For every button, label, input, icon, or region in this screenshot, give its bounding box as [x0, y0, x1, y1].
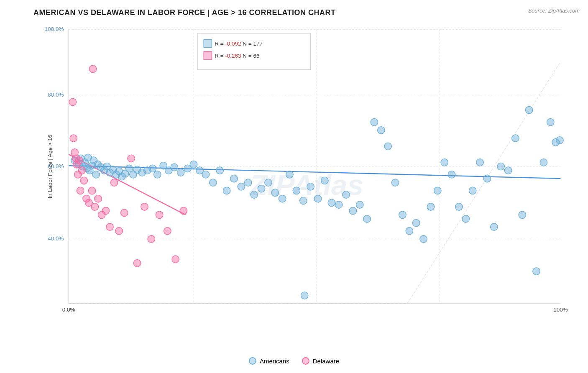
- svg-point-67: [245, 179, 252, 186]
- svg-text:In Labor Force | Age > 16: In Labor Force | Age > 16: [47, 135, 53, 198]
- svg-point-112: [556, 137, 563, 144]
- svg-point-36: [92, 171, 100, 178]
- svg-point-108: [533, 268, 540, 275]
- svg-point-73: [286, 171, 293, 178]
- svg-point-138: [156, 211, 163, 218]
- svg-point-77: [314, 195, 321, 202]
- legend-item-delaware: Delaware: [302, 357, 339, 365]
- svg-point-127: [95, 195, 102, 202]
- svg-point-114: [70, 135, 77, 142]
- svg-point-140: [172, 255, 179, 263]
- svg-point-84: [363, 215, 371, 222]
- svg-point-63: [216, 167, 223, 174]
- svg-point-133: [121, 209, 128, 216]
- legend-label-americans: Americans: [260, 358, 289, 365]
- svg-point-99: [469, 187, 476, 194]
- svg-point-96: [448, 171, 455, 178]
- svg-point-88: [391, 179, 399, 186]
- svg-point-89: [399, 211, 406, 218]
- svg-point-141: [180, 207, 187, 214]
- svg-point-53: [154, 171, 161, 178]
- svg-point-68: [251, 191, 258, 198]
- svg-point-142: [89, 65, 96, 72]
- svg-point-109: [540, 159, 547, 166]
- svg-point-94: [434, 187, 441, 194]
- svg-rect-17: [198, 33, 311, 70]
- svg-point-62: [210, 179, 217, 186]
- svg-point-74: [293, 187, 300, 194]
- svg-point-113: [69, 98, 76, 105]
- svg-point-105: [512, 135, 519, 142]
- svg-point-92: [420, 235, 427, 243]
- svg-point-129: [102, 207, 109, 214]
- svg-point-83: [356, 201, 363, 208]
- svg-point-121: [78, 167, 85, 174]
- svg-point-79: [328, 199, 335, 206]
- svg-point-64: [223, 187, 230, 194]
- svg-point-71: [271, 189, 279, 196]
- svg-point-98: [462, 215, 469, 222]
- svg-text:R = -0.263   N =  66: R = -0.263 N = 66: [215, 53, 259, 59]
- svg-point-134: [128, 155, 135, 162]
- chart-svg: 100.0% 80.0% 60.0% 40.0% 0.0% 100% In La…: [33, 21, 580, 336]
- svg-point-91: [413, 219, 420, 226]
- svg-point-82: [349, 207, 356, 214]
- svg-point-137: [148, 235, 155, 243]
- svg-point-131: [110, 179, 118, 186]
- svg-text:R = -0.092   N = 177: R = -0.092 N = 177: [215, 41, 263, 47]
- svg-point-87: [384, 143, 391, 150]
- legend-circle-blue: [249, 357, 256, 365]
- svg-point-66: [238, 183, 245, 190]
- svg-point-135: [133, 260, 141, 267]
- svg-point-85: [371, 118, 378, 125]
- chart-legend: Americans Delaware: [249, 357, 339, 365]
- svg-rect-20: [204, 51, 212, 59]
- svg-point-65: [230, 175, 238, 182]
- chart-container: AMERICAN VS DELAWARE IN LABOR FORCE | AG…: [0, 0, 588, 373]
- svg-point-126: [91, 203, 98, 210]
- svg-point-78: [321, 177, 328, 184]
- svg-point-106: [519, 211, 526, 218]
- svg-point-102: [491, 223, 498, 230]
- svg-point-69: [258, 185, 265, 192]
- svg-point-139: [164, 227, 171, 235]
- svg-point-57: [177, 169, 184, 176]
- svg-text:100%: 100%: [553, 307, 568, 313]
- svg-point-95: [441, 159, 448, 166]
- legend-circle-pink: [302, 357, 309, 365]
- svg-text:100.0%: 100.0%: [45, 26, 64, 32]
- svg-point-120: [77, 187, 84, 194]
- svg-point-52: [149, 165, 156, 172]
- svg-point-130: [106, 223, 113, 230]
- svg-point-76: [307, 183, 314, 190]
- svg-point-101: [483, 175, 491, 182]
- legend-item-americans: Americans: [249, 357, 289, 365]
- svg-point-143: [301, 292, 308, 299]
- svg-point-110: [547, 118, 554, 125]
- svg-point-125: [88, 187, 95, 194]
- svg-point-132: [115, 227, 123, 235]
- svg-point-97: [455, 203, 463, 210]
- svg-point-107: [526, 106, 533, 113]
- svg-point-90: [406, 227, 413, 235]
- svg-point-61: [202, 171, 209, 178]
- svg-point-119: [76, 157, 83, 164]
- source-text: Source: ZipAtlas.com: [528, 8, 580, 14]
- svg-point-75: [300, 197, 307, 204]
- svg-point-86: [378, 127, 385, 134]
- svg-point-93: [427, 203, 434, 210]
- chart-area: 100.0% 80.0% 60.0% 40.0% 0.0% 100% In La…: [33, 21, 580, 336]
- svg-point-104: [504, 167, 511, 174]
- svg-point-80: [335, 201, 342, 208]
- svg-point-136: [141, 203, 148, 210]
- svg-point-81: [343, 191, 350, 198]
- svg-point-122: [80, 177, 87, 184]
- svg-text:80.0%: 80.0%: [48, 92, 64, 98]
- svg-point-72: [279, 195, 286, 202]
- chart-title: AMERICAN VS DELAWARE IN LABOR FORCE | AG…: [33, 8, 580, 17]
- svg-line-25: [407, 61, 560, 303]
- svg-text:0.0%: 0.0%: [62, 307, 75, 313]
- svg-rect-18: [204, 39, 212, 47]
- svg-point-56: [171, 164, 178, 171]
- svg-point-100: [476, 159, 483, 166]
